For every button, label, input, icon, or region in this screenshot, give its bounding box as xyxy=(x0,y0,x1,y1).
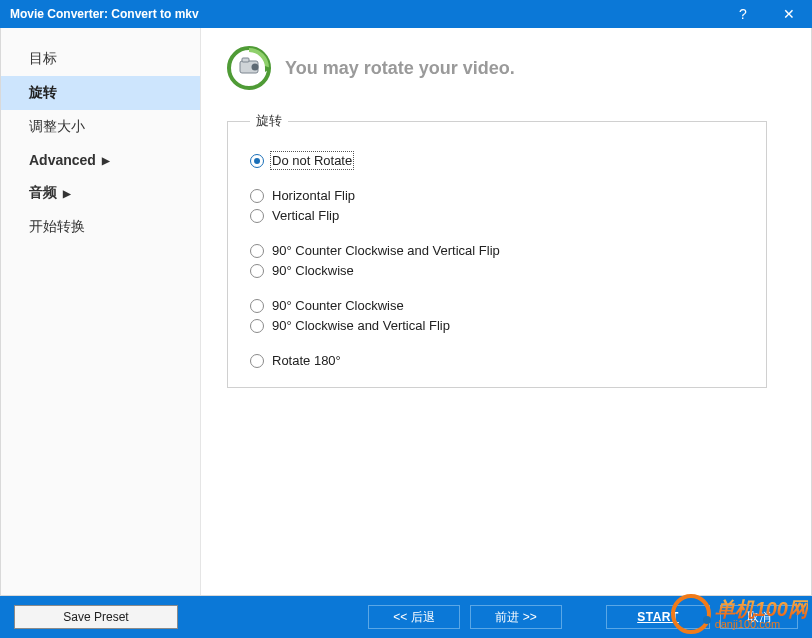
window-title: Movie Converter: Convert to mkv xyxy=(10,7,199,21)
sidebar-item-label: 开始转换 xyxy=(29,218,85,236)
sidebar-item-label: Advanced xyxy=(29,152,96,168)
rotate-option-3[interactable]: 90° Counter Clockwise and Vertical Flip xyxy=(250,243,750,258)
close-button[interactable]: ✕ xyxy=(766,0,812,28)
group-legend: 旋转 xyxy=(250,112,288,130)
radio-label: 90° Counter Clockwise and Vertical Flip xyxy=(272,243,500,258)
content-pane: You may rotate your video. 旋转 Do not Rot… xyxy=(201,28,811,595)
rotate-group: 旋转 Do not RotateHorizontal FlipVertical … xyxy=(227,112,767,388)
main-area: 目标旋转调整大小Advanced▶音频▶开始转换 You may rotate … xyxy=(0,28,812,596)
sidebar-item-label: 目标 xyxy=(29,50,57,68)
rotate-option-1[interactable]: Horizontal Flip xyxy=(250,188,750,203)
sidebar-item-label: 音频 xyxy=(29,184,57,202)
help-button[interactable]: ? xyxy=(720,0,766,28)
chevron-right-icon: ▶ xyxy=(102,155,110,166)
radio-icon xyxy=(250,154,264,168)
radio-label: Vertical Flip xyxy=(272,208,339,223)
chevron-right-icon: ▶ xyxy=(63,188,71,199)
sidebar-item-0[interactable]: 目标 xyxy=(1,42,200,76)
rotate-option-4[interactable]: 90° Clockwise xyxy=(250,263,750,278)
footer: Save Preset << 后退 前进 >> START 取消 单机100网 … xyxy=(0,596,812,638)
radio-icon xyxy=(250,354,264,368)
rotate-option-2[interactable]: Vertical Flip xyxy=(250,208,750,223)
radio-icon xyxy=(250,209,264,223)
titlebar: Movie Converter: Convert to mkv ? ✕ xyxy=(0,0,812,28)
radio-icon xyxy=(250,264,264,278)
sidebar-item-label: 调整大小 xyxy=(29,118,85,136)
radio-label: Horizontal Flip xyxy=(272,188,355,203)
page-header: You may rotate your video. xyxy=(227,46,785,90)
rotate-option-7[interactable]: Rotate 180° xyxy=(250,353,750,368)
rotate-icon xyxy=(227,46,271,90)
cancel-button[interactable]: 取消 xyxy=(720,605,798,629)
svg-point-3 xyxy=(252,64,259,71)
save-preset-button[interactable]: Save Preset xyxy=(14,605,178,629)
radio-label: Do not Rotate xyxy=(272,153,352,168)
radio-icon xyxy=(250,319,264,333)
svg-rect-4 xyxy=(242,58,249,62)
sidebar-item-5[interactable]: 开始转换 xyxy=(1,210,200,244)
radio-icon xyxy=(250,189,264,203)
sidebar-item-1[interactable]: 旋转 xyxy=(1,76,200,110)
rotate-option-6[interactable]: 90° Clockwise and Vertical Flip xyxy=(250,318,750,333)
start-button[interactable]: START xyxy=(606,605,710,629)
radio-label: Rotate 180° xyxy=(272,353,341,368)
radio-label: 90° Clockwise and Vertical Flip xyxy=(272,318,450,333)
radio-icon xyxy=(250,244,264,258)
sidebar: 目标旋转调整大小Advanced▶音频▶开始转换 xyxy=(1,28,201,595)
sidebar-item-3[interactable]: Advanced▶ xyxy=(1,144,200,176)
page-title: You may rotate your video. xyxy=(285,58,515,79)
sidebar-item-label: 旋转 xyxy=(29,84,57,102)
sidebar-item-4[interactable]: 音频▶ xyxy=(1,176,200,210)
radio-label: 90° Counter Clockwise xyxy=(272,298,404,313)
next-button[interactable]: 前进 >> xyxy=(470,605,562,629)
back-button[interactable]: << 后退 xyxy=(368,605,460,629)
rotate-option-0[interactable]: Do not Rotate xyxy=(250,153,750,168)
rotate-option-5[interactable]: 90° Counter Clockwise xyxy=(250,298,750,313)
sidebar-item-2[interactable]: 调整大小 xyxy=(1,110,200,144)
radio-icon xyxy=(250,299,264,313)
radio-label: 90° Clockwise xyxy=(272,263,354,278)
